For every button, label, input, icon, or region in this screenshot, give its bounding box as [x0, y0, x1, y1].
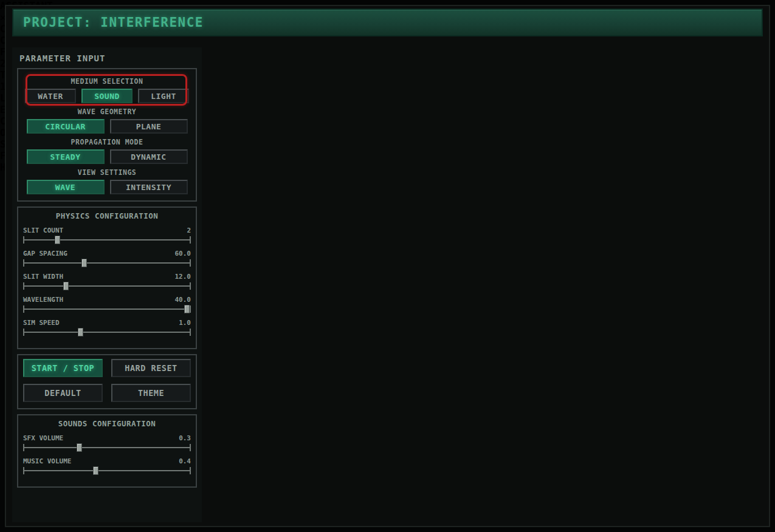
- propagation-steady-button[interactable]: STEADY: [27, 149, 105, 164]
- slider-track[interactable]: [23, 444, 191, 451]
- slider-slit-count: SLIT COUNT 2: [23, 227, 191, 244]
- default-button[interactable]: DEFAULT: [23, 384, 103, 402]
- group-label: MEDIUM SELECTION: [23, 77, 191, 86]
- title-bar: PROJECT: INTERFERENCE: [12, 9, 763, 36]
- group-label: WAVE GEOMETRY: [23, 107, 191, 116]
- page-title: PROJECT: INTERFERENCE: [23, 15, 204, 30]
- slider-label: SIM SPEED: [23, 319, 60, 327]
- group-label: VIEW SETTINGS: [23, 168, 191, 177]
- parameter-input-header: PARAMETER INPUT: [19, 53, 195, 63]
- slider-track[interactable]: [23, 329, 191, 336]
- slider-handle[interactable]: [77, 443, 82, 452]
- propagation-dynamic-button[interactable]: DYNAMIC: [110, 149, 188, 164]
- slider-label: GAP SPACING: [23, 250, 67, 257]
- slider-slit-width: SLIT WIDTH 12.0: [23, 273, 191, 290]
- slider-value: 12.0: [175, 273, 191, 281]
- parameter-panel: PARAMETER INPUT MEDIUM SELECTION WATER S…: [12, 47, 202, 522]
- slider-value: 0.3: [179, 434, 191, 442]
- medium-light-button[interactable]: LIGHT: [138, 89, 189, 103]
- sounds-configuration-panel: SOUNDS CONFIGURATION SFX VOLUME 0.3 MUSI…: [17, 414, 197, 488]
- slider-track[interactable]: [23, 236, 191, 244]
- slider-label: MUSIC VOLUME: [23, 457, 71, 465]
- sounds-configuration-header: SOUNDS CONFIGURATION: [23, 419, 191, 428]
- group-label: PROPAGATION MODE: [23, 138, 191, 146]
- physics-configuration-header: PHYSICS CONFIGURATION: [23, 211, 191, 220]
- physics-configuration-panel: PHYSICS CONFIGURATION SLIT COUNT 2 GAP S…: [17, 206, 197, 349]
- slider-handle[interactable]: [78, 328, 83, 336]
- slider-value: 2: [187, 227, 191, 234]
- theme-button[interactable]: THEME: [111, 384, 191, 402]
- slider-value: 0.4: [179, 457, 191, 465]
- slider-wavelength: WAVELENGTH 40.0: [23, 296, 191, 313]
- geometry-circular-button[interactable]: CIRCULAR: [27, 119, 105, 134]
- slider-music-volume: MUSIC VOLUME 0.4: [23, 457, 191, 474]
- slider-handle[interactable]: [81, 259, 87, 267]
- slider-value: 1.0: [179, 319, 191, 327]
- slider-gap-spacing: GAP SPACING 60.0: [23, 250, 191, 267]
- medium-selection-group: MEDIUM SELECTION WATER SOUND LIGHT: [23, 77, 191, 103]
- slider-track[interactable]: [23, 259, 191, 267]
- slider-handle[interactable]: [55, 236, 60, 244]
- propagation-mode-group: PROPAGATION MODE STEADY DYNAMIC: [23, 138, 191, 164]
- slider-handle[interactable]: [93, 466, 98, 475]
- wave-geometry-group: WAVE GEOMETRY CIRCULAR PLANE: [23, 107, 191, 134]
- view-intensity-button[interactable]: INTENSITY: [110, 180, 188, 194]
- start-stop-button[interactable]: START / STOP: [23, 359, 103, 377]
- slider-handle[interactable]: [63, 282, 69, 290]
- slider-sim-speed: SIM SPEED 1.0: [23, 319, 191, 336]
- slider-sfx-volume: SFX VOLUME 0.3: [23, 434, 191, 451]
- medium-sound-button[interactable]: SOUND: [81, 89, 133, 103]
- medium-water-button[interactable]: WATER: [25, 89, 76, 103]
- view-settings-group: VIEW SETTINGS WAVE INTENSITY: [23, 168, 191, 194]
- slider-value: 60.0: [175, 250, 191, 257]
- slider-value: 40.0: [175, 296, 191, 304]
- slider-handle[interactable]: [184, 305, 190, 313]
- toggle-groups-panel: MEDIUM SELECTION WATER SOUND LIGHT WAVE …: [17, 68, 197, 202]
- slider-label: SLIT COUNT: [23, 227, 63, 234]
- slider-label: SFX VOLUME: [23, 434, 63, 442]
- slider-track[interactable]: [23, 282, 191, 290]
- slider-label: WAVELENGTH: [23, 296, 63, 304]
- slider-track[interactable]: [23, 305, 191, 313]
- slider-track[interactable]: [23, 467, 191, 474]
- hard-reset-button[interactable]: HARD RESET: [111, 359, 191, 377]
- geometry-plane-button[interactable]: PLANE: [110, 119, 188, 134]
- slider-label: SLIT WIDTH: [23, 273, 63, 281]
- actions-panel: START / STOP HARD RESET DEFAULT THEME: [17, 354, 197, 409]
- view-wave-button[interactable]: WAVE: [27, 180, 105, 194]
